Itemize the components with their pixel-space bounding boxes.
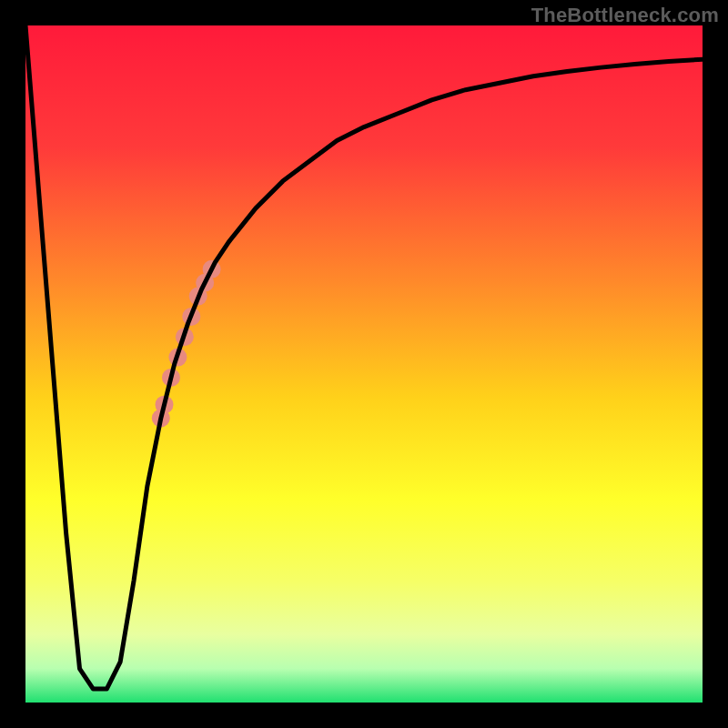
attribution-label: TheBottleneck.com	[531, 4, 719, 27]
chart-svg	[25, 25, 703, 703]
plot-area	[25, 25, 703, 703]
chart-frame: TheBottleneck.com	[0, 0, 728, 728]
